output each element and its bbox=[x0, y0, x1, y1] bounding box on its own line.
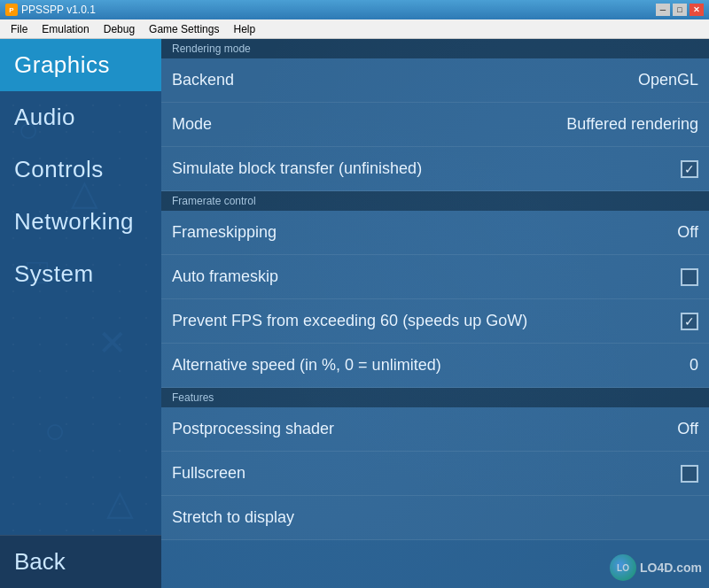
setting-fullscreen[interactable]: Fullscreen bbox=[161, 452, 709, 496]
sidebar-item-controls[interactable]: Controls bbox=[0, 143, 161, 196]
sidebar-item-audio[interactable]: Audio bbox=[0, 91, 161, 143]
window-title: PPSSPP v1.0.1 bbox=[21, 4, 96, 16]
simulate-block-checkbox[interactable] bbox=[681, 160, 698, 178]
setting-auto-frameskip[interactable]: Auto frameskip bbox=[161, 255, 709, 299]
fullscreen-checkbox[interactable] bbox=[681, 465, 698, 483]
auto-frameskip-checkbox[interactable] bbox=[681, 268, 698, 286]
menu-debug[interactable]: Debug bbox=[97, 21, 142, 37]
title-bar-controls[interactable]: ─ □ ✕ bbox=[656, 4, 704, 16]
section-header-rendering: Rendering mode bbox=[161, 39, 709, 58]
setting-frameskipping[interactable]: Frameskipping Off bbox=[161, 211, 709, 255]
sidebar: ○ △ □ ✕ ○ △ Graphics Audio Controls Netw… bbox=[0, 39, 161, 588]
menu-bar: File Emulation Debug Game Settings Help bbox=[0, 19, 709, 39]
section-header-framerate: Framerate control bbox=[161, 191, 709, 211]
menu-help[interactable]: Help bbox=[226, 21, 262, 37]
title-bar-left: P PPSSPP v1.0.1 bbox=[5, 4, 96, 16]
setting-mode[interactable]: Mode Buffered rendering bbox=[161, 103, 709, 147]
section-header-features: Features bbox=[161, 388, 709, 407]
sidebar-item-networking[interactable]: Networking bbox=[0, 196, 161, 248]
sidebar-item-graphics[interactable]: Graphics bbox=[0, 39, 161, 91]
menu-file[interactable]: File bbox=[4, 21, 35, 37]
app-icon: P bbox=[5, 4, 18, 16]
minimize-button[interactable]: ─ bbox=[656, 4, 670, 16]
setting-prevent-fps[interactable]: Prevent FPS from exceeding 60 (speeds up… bbox=[161, 299, 709, 344]
watermark-text: LO4D.com bbox=[640, 561, 702, 575]
sidebar-nav: Graphics Audio Controls Networking Syste… bbox=[0, 39, 161, 535]
watermark-logo: LO bbox=[610, 554, 636, 581]
back-button[interactable]: Back bbox=[0, 535, 161, 588]
setting-stretch[interactable]: Stretch to display bbox=[161, 496, 709, 540]
sidebar-item-system[interactable]: System bbox=[0, 248, 161, 300]
setting-backend[interactable]: Backend OpenGL bbox=[161, 58, 709, 103]
setting-simulate-block[interactable]: Simulate block transfer (unfinished) bbox=[161, 147, 709, 191]
menu-game-settings[interactable]: Game Settings bbox=[142, 21, 226, 37]
right-panel: Rendering mode Backend OpenGL Mode Buffe… bbox=[161, 39, 709, 588]
maximize-button[interactable]: □ bbox=[673, 4, 687, 16]
setting-alt-speed[interactable]: Alternative speed (in %, 0 = unlimited) … bbox=[161, 344, 709, 388]
main-content: ○ △ □ ✕ ○ △ Graphics Audio Controls Netw… bbox=[0, 39, 709, 588]
watermark: LO LO4D.com bbox=[610, 554, 702, 581]
setting-postprocessing[interactable]: Postprocessing shader Off bbox=[161, 407, 709, 452]
title-bar: P PPSSPP v1.0.1 ─ □ ✕ bbox=[0, 0, 709, 19]
prevent-fps-checkbox[interactable] bbox=[681, 313, 698, 330]
menu-emulation[interactable]: Emulation bbox=[35, 21, 96, 37]
close-button[interactable]: ✕ bbox=[690, 4, 704, 16]
